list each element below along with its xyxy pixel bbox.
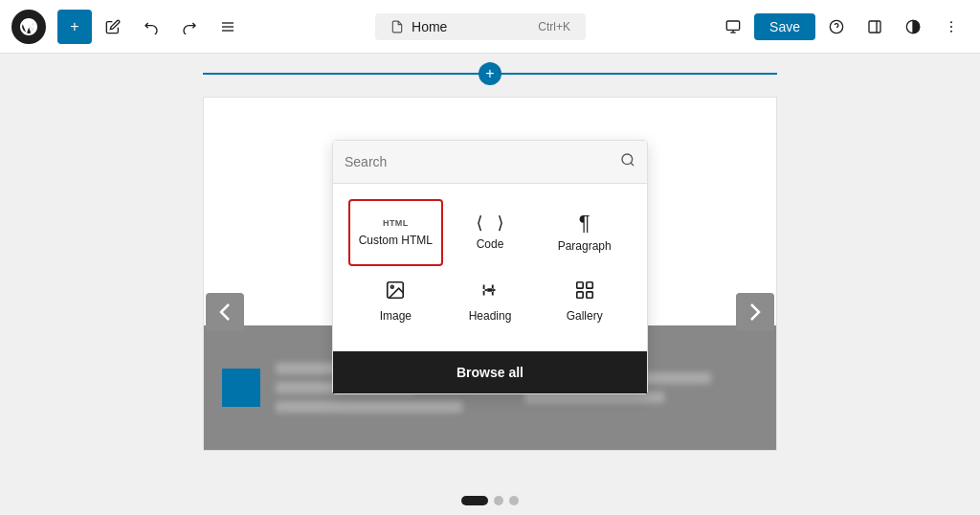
toolbar-center: Home Ctrl+K	[249, 13, 712, 40]
block-label-custom-html: Custom HTML	[359, 234, 433, 247]
svg-rect-23	[586, 292, 591, 298]
browse-all-button[interactable]: Browse all	[333, 351, 647, 393]
carousel-left-arrow[interactable]	[206, 293, 244, 331]
insert-top-line: +	[203, 73, 777, 75]
svg-rect-8	[869, 21, 880, 33]
block-label-gallery: Gallery	[567, 309, 603, 323]
block-grid: HTML Custom HTML ⟨ ⟩ Code ¶ Paragraph	[333, 184, 647, 351]
block-label-code: Code	[477, 237, 504, 251]
main-toolbar: +	[0, 0, 980, 54]
undo-button[interactable]	[134, 10, 168, 44]
svg-rect-19	[493, 289, 496, 291]
wp-logo[interactable]	[11, 10, 46, 44]
svg-point-17	[391, 285, 394, 288]
save-button[interactable]: Save	[754, 13, 815, 40]
carousel-right-arrow[interactable]	[736, 293, 774, 331]
block-label-heading: Heading	[469, 309, 512, 323]
image-icon	[385, 280, 406, 303]
svg-rect-3	[726, 21, 739, 30]
code-icon: ⟨ ⟩	[475, 214, 506, 232]
html-label-top: HTML	[383, 218, 408, 229]
block-search-button[interactable]	[620, 152, 635, 171]
svg-rect-20	[576, 282, 582, 288]
sidebar-toggle-button[interactable]	[858, 10, 892, 44]
blue-square-accent	[222, 369, 260, 407]
svg-rect-21	[586, 282, 591, 288]
paragraph-icon: ¶	[579, 213, 590, 234]
svg-rect-22	[576, 292, 582, 298]
contrast-button[interactable]	[896, 10, 930, 44]
page-title-button[interactable]: Home Ctrl+K	[375, 13, 586, 40]
keyboard-shortcut: Ctrl+K	[538, 20, 570, 34]
svg-point-14	[622, 154, 633, 165]
svg-point-12	[950, 26, 952, 28]
custom-html-icon: HTML	[383, 218, 408, 229]
block-inserter-popup: HTML Custom HTML ⟨ ⟩ Code ¶ Paragraph	[332, 140, 648, 394]
redo-button[interactable]	[172, 10, 207, 44]
more-options-button[interactable]	[934, 10, 969, 44]
dot-3[interactable]	[509, 496, 519, 505]
svg-point-11	[950, 21, 952, 23]
blur-line-3	[276, 401, 462, 413]
svg-line-15	[631, 163, 634, 166]
heading-icon	[479, 280, 501, 303]
block-item-gallery[interactable]: Gallery	[537, 266, 632, 336]
list-view-button[interactable]	[211, 10, 245, 44]
preview-button[interactable]	[716, 10, 750, 44]
block-search-input[interactable]	[345, 154, 612, 169]
block-search-bar	[333, 141, 647, 184]
block-item-code[interactable]: ⟨ ⟩ Code	[443, 199, 538, 266]
svg-rect-18	[484, 289, 487, 291]
gallery-icon	[574, 280, 595, 303]
block-item-heading[interactable]: Heading	[443, 266, 538, 336]
add-block-button[interactable]: +	[57, 10, 92, 44]
block-label-paragraph: Paragraph	[558, 239, 612, 253]
toolbar-right: Save	[716, 10, 969, 44]
block-item-image[interactable]: Image	[348, 266, 443, 336]
help-button[interactable]	[819, 10, 854, 44]
canvas-area: +	[0, 54, 980, 515]
block-item-custom-html[interactable]: HTML Custom HTML	[348, 199, 443, 266]
dot-2[interactable]	[494, 496, 503, 505]
page-title-text: Home	[412, 19, 447, 34]
block-label-image: Image	[380, 309, 412, 323]
svg-point-13	[950, 30, 952, 32]
block-item-paragraph[interactable]: ¶ Paragraph	[537, 199, 632, 266]
edit-button[interactable]	[96, 10, 130, 44]
insert-top-button[interactable]: +	[479, 62, 501, 85]
dot-1[interactable]	[461, 496, 488, 505]
document-icon	[390, 20, 404, 34]
dots-indicator	[461, 496, 519, 505]
